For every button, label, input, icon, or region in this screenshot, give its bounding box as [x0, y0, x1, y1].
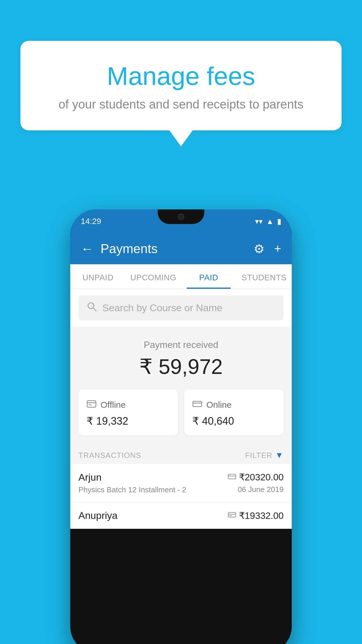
camera: [178, 214, 184, 220]
phone-frame: 14:29 ▾▾ ▲ ▮ ← Payments ⚙ + UNPAID UPCOM…: [70, 209, 292, 644]
search-bar[interactable]: Search by Course or Name: [78, 295, 284, 320]
svg-rect-7: [228, 474, 236, 479]
offline-icon: [87, 399, 96, 411]
table-row[interactable]: Anupriya ₹19332.00: [70, 502, 292, 529]
search-icon: [87, 301, 97, 314]
transaction-amount: ₹19332.00: [239, 510, 284, 521]
offline-card-header: Offline: [87, 399, 170, 411]
search-placeholder: Search by Course or Name: [102, 302, 222, 314]
online-icon: [192, 399, 202, 411]
battery-icon: ▮: [277, 217, 281, 226]
search-container: Search by Course or Name: [70, 289, 292, 327]
table-row[interactable]: Arjun Physics Batch 12 Installment - 2 ₹…: [70, 464, 292, 502]
transaction-right: ₹19332.00: [228, 510, 284, 521]
svg-rect-5: [193, 401, 202, 407]
online-label: Online: [206, 400, 232, 410]
online-amount: ₹ 40,640: [192, 415, 275, 427]
page-title: Payments: [101, 242, 247, 256]
settings-icon[interactable]: ⚙: [254, 242, 265, 256]
svg-rect-2: [87, 401, 96, 407]
offline-payment-card: Offline ₹ 19,332: [78, 389, 178, 435]
online-payment-icon: [228, 473, 236, 482]
tab-unpaid[interactable]: UNPAID: [70, 264, 126, 289]
filter-button[interactable]: FILTER ▼: [245, 451, 284, 460]
filter-label: FILTER: [245, 451, 273, 460]
speech-bubble-arrow: [169, 130, 193, 146]
transaction-left: Arjun Physics Batch 12 Installment - 2: [78, 472, 186, 494]
payment-cards: Offline ₹ 19,332 Online ₹ 40,640: [70, 389, 292, 445]
status-time: 14:29: [81, 217, 101, 226]
header-actions: ⚙ +: [254, 242, 281, 256]
tab-paid[interactable]: PAID: [181, 264, 236, 289]
signal-icon: ▲: [266, 217, 274, 226]
speech-bubble-subtitle: of your students and send receipts to pa…: [44, 97, 318, 111]
transaction-name: Arjun: [78, 472, 186, 483]
speech-bubble-title: Manage fees: [44, 61, 318, 91]
payment-summary: Payment received ₹ 59,972: [70, 327, 292, 389]
speech-bubble-container: Manage fees of your students and send re…: [20, 41, 342, 146]
transaction-detail: Physics Batch 12 Installment - 2: [78, 485, 186, 494]
offline-amount: ₹ 19,332: [87, 415, 170, 427]
transaction-name: Anupriya: [78, 510, 117, 521]
speech-bubble: Manage fees of your students and send re…: [20, 41, 342, 130]
tab-bar: UNPAID UPCOMING PAID STUDENTS: [70, 264, 292, 289]
payment-received-label: Payment received: [78, 340, 284, 350]
transaction-amount: ₹20320.00: [239, 472, 284, 483]
add-icon[interactable]: +: [274, 242, 281, 256]
app-header: ← Payments ⚙ +: [70, 233, 292, 264]
payment-total-amount: ₹ 59,972: [78, 354, 284, 379]
tab-upcoming[interactable]: UPCOMING: [126, 264, 181, 289]
transactions-header: TRANSACTIONS FILTER ▼: [70, 445, 292, 464]
transaction-amount-row: ₹20320.00: [228, 472, 284, 483]
wifi-icon: ▾▾: [255, 217, 263, 226]
offline-payment-icon: [228, 511, 236, 520]
svg-line-1: [93, 308, 96, 311]
notch: [158, 209, 204, 224]
online-card-header: Online: [192, 399, 275, 411]
transactions-label: TRANSACTIONS: [78, 451, 141, 460]
filter-icon: ▼: [275, 451, 284, 460]
back-button[interactable]: ←: [81, 242, 94, 256]
tab-students[interactable]: STUDENTS: [236, 264, 292, 289]
status-icons: ▾▾ ▲ ▮: [255, 217, 281, 226]
online-payment-card: Online ₹ 40,640: [184, 389, 284, 435]
transaction-right: ₹20320.00 06 June 2019: [228, 472, 284, 494]
status-bar: 14:29 ▾▾ ▲ ▮: [70, 209, 292, 233]
offline-label: Offline: [101, 400, 126, 410]
svg-rect-9: [228, 512, 236, 517]
app-content: Search by Course or Name Payment receive…: [70, 289, 292, 529]
transaction-date: 06 June 2019: [228, 485, 284, 494]
